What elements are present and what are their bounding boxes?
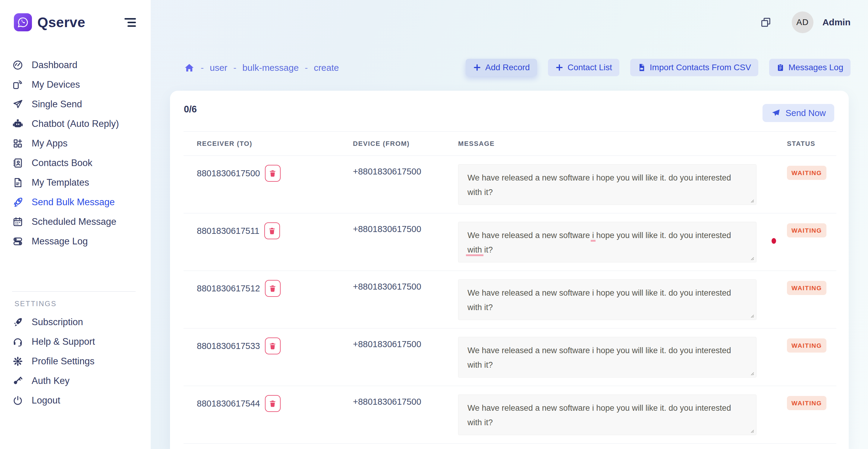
trash-icon <box>268 227 276 235</box>
col-device: DEVICE (FROM) <box>353 140 458 148</box>
delete-row-button[interactable] <box>265 280 281 297</box>
bulk-message-card: 0/6 Send Now RECEIVER (TO) DEVICE (FROM)… <box>170 91 849 449</box>
sidebar-item-contacts-book[interactable]: Contacts Book <box>0 153 151 173</box>
receiver-number: 8801830617511 <box>197 226 259 236</box>
table-header-row: RECEIVER (TO) DEVICE (FROM) MESSAGE STAT… <box>184 131 836 156</box>
add-record-button[interactable]: Add Record <box>466 59 537 76</box>
sidebar: Qserve DashboardMy DevicesSingle SendCha… <box>0 0 151 449</box>
sidebar-item-logout[interactable]: Logout <box>0 390 151 410</box>
power-icon <box>12 395 24 406</box>
device-number: +8801830617500 <box>353 339 421 349</box>
key-icon <box>12 375 24 387</box>
windows-copy-icon[interactable] <box>760 16 772 28</box>
delete-row-button[interactable] <box>265 165 281 182</box>
sidebar-item-my-templates[interactable]: My Templates <box>0 173 151 192</box>
col-receiver: RECEIVER (TO) <box>184 140 353 148</box>
sidebar-item-single-send[interactable]: Single Send <box>0 94 151 114</box>
sidebar-item-my-devices[interactable]: My Devices <box>0 75 151 94</box>
breadcrumb-create[interactable]: create <box>314 63 339 73</box>
sidebar-toggle-hamburger-icon[interactable] <box>124 17 137 27</box>
sidebar-item-my-apps[interactable]: My Apps <box>0 133 151 153</box>
grammar-indicator-dot <box>772 238 776 244</box>
delete-row-button[interactable] <box>264 222 280 239</box>
sidebar-item-auth-key[interactable]: Auth Key <box>0 371 151 390</box>
sidebar-item-label: Send Bulk Message <box>32 197 115 207</box>
send-icon <box>771 108 781 118</box>
sidebar-item-chatbot-auto-reply[interactable]: Chatbot (Auto Reply) <box>0 114 151 133</box>
breadcrumb-bulk-message[interactable]: bulk-message <box>242 63 299 73</box>
send-now-button[interactable]: Send Now <box>763 104 834 122</box>
receiver-cell: 8801830617533 <box>184 338 353 354</box>
rocket-icon <box>12 196 24 208</box>
sidebar-item-label: Dashboard <box>32 60 78 70</box>
message-cell: We have released a new software i hope y… <box>458 156 787 213</box>
sidebar-item-label: Auth Key <box>32 376 70 386</box>
message-textarea[interactable]: We have released a new software i hope y… <box>458 164 756 205</box>
sidebar-divider <box>12 291 135 292</box>
gear-icon <box>12 356 24 367</box>
csv-file-icon <box>638 63 646 72</box>
sidebar-item-subscription[interactable]: Subscription <box>0 312 151 332</box>
message-textarea[interactable]: We have released a new software i hope y… <box>458 279 756 320</box>
breadcrumb-user[interactable]: user <box>210 63 227 73</box>
receiver-number: 8801830617544 <box>197 399 260 409</box>
breadcrumb: - user - bulk-message - create <box>184 59 339 76</box>
resize-handle-icon[interactable] <box>750 429 754 433</box>
sidebar-item-label: Contacts Book <box>32 158 93 168</box>
trash-icon <box>269 342 277 350</box>
records-table: RECEIVER (TO) DEVICE (FROM) MESSAGE STAT… <box>184 131 836 449</box>
receiver-cell: 8801830617544 <box>184 395 353 412</box>
table-body: 8801830617500 +8801830617500 We have rel… <box>184 156 836 449</box>
single-send-icon <box>12 99 24 110</box>
message-textarea[interactable]: We have released a new software i hope y… <box>458 394 756 435</box>
receiver-number: 8801830617533 <box>197 341 260 351</box>
sidebar-settings-nav: SubscriptionHelp & SupportProfile Settin… <box>0 312 151 410</box>
user-name: Admin <box>823 17 850 27</box>
resize-handle-icon[interactable] <box>750 314 754 318</box>
status-cell: WAITING <box>787 271 836 328</box>
breadcrumb-separator: - <box>233 63 236 73</box>
home-icon[interactable] <box>184 62 195 73</box>
resize-handle-icon[interactable] <box>750 372 754 376</box>
device-cell: +8801830617500 <box>353 386 458 443</box>
sidebar-item-message-log[interactable]: Message Log <box>0 231 151 251</box>
whatsapp-logo-icon <box>14 13 32 31</box>
resize-handle-icon[interactable] <box>750 256 754 261</box>
trash-icon <box>269 399 277 408</box>
import-csv-button[interactable]: Import Contacts From CSV <box>630 59 758 76</box>
contacts-book-icon <box>12 157 24 169</box>
clipboard-icon <box>776 63 784 72</box>
delete-row-button[interactable] <box>265 338 281 354</box>
sidebar-item-help-support[interactable]: Help & Support <box>0 332 151 351</box>
device-number: +8801830617500 <box>353 282 421 291</box>
table-row: 8801830617511 +8801830617500 We have rel… <box>184 213 836 271</box>
col-message: MESSAGE <box>458 140 787 148</box>
device-cell: +8801830617500 <box>353 271 458 328</box>
sidebar-item-label: Subscription <box>32 317 83 327</box>
sidebar-item-send-bulk-message[interactable]: Send Bulk Message <box>0 192 151 212</box>
message-textarea[interactable]: We have released a new software i hope y… <box>458 222 756 262</box>
sidebar-nav: DashboardMy DevicesSingle SendChatbot (A… <box>0 55 151 251</box>
contact-list-button[interactable]: Contact List <box>548 59 619 76</box>
dashboard-icon <box>12 59 24 71</box>
device-number: +8801830617500 <box>353 397 421 407</box>
receiver-cell: 8801830617500 <box>184 165 353 182</box>
sidebar-item-dashboard[interactable]: Dashboard <box>0 55 151 75</box>
status-badge: WAITING <box>787 396 827 410</box>
message-textarea[interactable]: We have released a new software i hope y… <box>458 337 756 378</box>
receiver-cell: 8801830617511 <box>184 222 353 239</box>
sidebar-item-profile-settings[interactable]: Profile Settings <box>0 351 151 371</box>
status-cell: WAITING <box>787 213 836 270</box>
resize-handle-icon[interactable] <box>750 199 754 203</box>
sidebar-item-label: Scheduled Message <box>32 216 116 227</box>
messages-log-button[interactable]: Messages Log <box>769 59 850 76</box>
message-cell: We have released a new software i hope y… <box>458 271 787 328</box>
avatar[interactable]: AD <box>792 11 813 33</box>
sidebar-item-scheduled-message[interactable]: Scheduled Message <box>0 212 151 231</box>
delete-row-button[interactable] <box>265 395 281 412</box>
table-row: 8801830617544 +8801830617500 We have rel… <box>184 386 836 444</box>
sidebar-item-label: Logout <box>32 395 60 406</box>
calendar-icon <box>12 216 24 227</box>
templates-icon <box>12 177 24 188</box>
message-log-icon <box>12 236 24 247</box>
